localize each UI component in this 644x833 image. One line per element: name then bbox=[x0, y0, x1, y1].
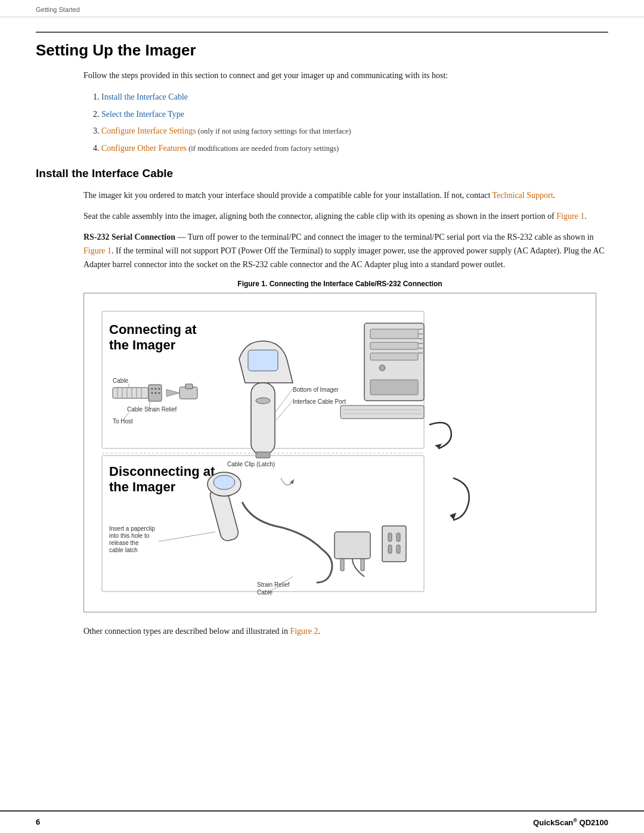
figure-illustration: Connecting at the Imager bbox=[96, 305, 585, 597]
svg-point-28 bbox=[256, 398, 270, 404]
page-number: 6 bbox=[36, 817, 40, 826]
svg-point-56 bbox=[213, 475, 235, 490]
svg-rect-63 bbox=[388, 545, 392, 553]
step3-link[interactable]: Configure Interface Settings bbox=[101, 126, 196, 135]
list-item: Configure Other Features (if modificatio… bbox=[101, 142, 608, 155]
svg-text:release the: release the bbox=[109, 540, 139, 546]
svg-rect-19 bbox=[185, 384, 193, 389]
svg-marker-17 bbox=[166, 389, 179, 397]
intro-paragraph: Follow the steps provided in this sectio… bbox=[83, 69, 608, 82]
figure2-link[interactable]: Figure 2 bbox=[290, 627, 318, 636]
step1-link[interactable]: Install the Interface Cable bbox=[101, 92, 188, 101]
list-item: Configure Interface Settings (only if no… bbox=[101, 125, 608, 138]
svg-rect-26 bbox=[251, 383, 275, 454]
svg-point-11 bbox=[151, 388, 153, 390]
breadcrumb-text: Getting Started bbox=[36, 6, 80, 13]
svg-text:the Imager: the Imager bbox=[109, 337, 176, 352]
svg-rect-60 bbox=[382, 526, 406, 562]
svg-line-32 bbox=[275, 401, 293, 422]
svg-line-69 bbox=[159, 532, 215, 541]
body-para-1: The imager kit you ordered to match your… bbox=[83, 188, 608, 202]
svg-point-15 bbox=[155, 392, 157, 394]
svg-text:Cable Strain Relief: Cable Strain Relief bbox=[127, 406, 177, 413]
svg-rect-61 bbox=[388, 533, 392, 541]
svg-rect-27 bbox=[248, 350, 278, 371]
svg-line-30 bbox=[275, 389, 293, 413]
svg-rect-64 bbox=[397, 545, 400, 553]
svg-point-12 bbox=[155, 388, 157, 390]
breadcrumb: Getting Started bbox=[0, 0, 644, 17]
svg-rect-37 bbox=[370, 342, 418, 349]
brand-label: QuickScan® QD2100 bbox=[533, 817, 608, 827]
steps-list: Install the Interface Cable Select the I… bbox=[101, 91, 608, 155]
svg-text:Cable: Cable bbox=[113, 377, 129, 384]
svg-rect-36 bbox=[370, 329, 418, 339]
svg-rect-58 bbox=[340, 559, 344, 571]
svg-text:Bottom of Imager: Bottom of Imager bbox=[293, 386, 339, 393]
svg-rect-38 bbox=[370, 353, 418, 360]
figure-box: Connecting at the Imager bbox=[83, 293, 596, 612]
figure1-link-1[interactable]: Figure 1 bbox=[556, 212, 584, 221]
svg-rect-59 bbox=[361, 559, 364, 571]
list-item: Install the Interface Cable bbox=[101, 91, 608, 104]
step2-link[interactable]: Select the Interface Type bbox=[101, 110, 184, 119]
svg-text:Strain Relief: Strain Relief bbox=[257, 581, 290, 588]
svg-text:Cable Clip (Latch): Cable Clip (Latch) bbox=[227, 461, 275, 467]
figure1-link-2[interactable]: Figure 1 bbox=[83, 246, 112, 255]
svg-text:Interface Cable Port: Interface Cable Port bbox=[293, 398, 346, 405]
outro-paragraph: Other connection types are described bel… bbox=[83, 624, 608, 638]
svg-rect-57 bbox=[335, 532, 370, 559]
svg-point-14 bbox=[151, 392, 153, 394]
rs232-paragraph: RS-232 Serial Connection — Turn off powe… bbox=[83, 230, 608, 271]
technical-support-link[interactable]: Technical Support bbox=[493, 191, 553, 200]
svg-rect-47 bbox=[340, 405, 424, 419]
main-content: Setting Up the Imager Follow the steps p… bbox=[0, 17, 644, 810]
list-item: Select the Interface Type bbox=[101, 108, 608, 121]
svg-text:To Host: To Host bbox=[113, 418, 133, 425]
svg-text:Disconnecting at: Disconnecting at bbox=[109, 464, 215, 479]
svg-text:the Imager: the Imager bbox=[109, 479, 176, 494]
svg-text:into this hole to: into this hole to bbox=[109, 532, 150, 539]
svg-rect-62 bbox=[397, 533, 400, 541]
svg-text:Connecting at: Connecting at bbox=[109, 322, 197, 337]
svg-rect-40 bbox=[370, 380, 418, 395]
svg-text:Insert a paperclip: Insert a paperclip bbox=[109, 525, 155, 532]
subsection-title: Install the Interface Cable bbox=[36, 167, 608, 180]
section-title: Setting Up the Imager bbox=[36, 32, 608, 60]
body-para-2: Seat the cable assembly into the imager,… bbox=[83, 209, 608, 223]
step4-link[interactable]: Configure Other Features bbox=[101, 144, 187, 153]
svg-point-39 bbox=[379, 365, 385, 371]
page-footer: 6 QuickScan® QD2100 bbox=[0, 810, 644, 833]
svg-text:Cable: Cable bbox=[257, 589, 273, 596]
figure-caption: Figure 1. Connecting the Interface Cable… bbox=[83, 280, 596, 288]
svg-rect-33 bbox=[256, 452, 270, 458]
svg-rect-3 bbox=[113, 388, 148, 398]
svg-point-13 bbox=[159, 388, 160, 390]
svg-point-16 bbox=[159, 392, 160, 394]
svg-text:cable latch: cable latch bbox=[109, 547, 138, 553]
page: Getting Started Setting Up the Imager Fo… bbox=[0, 0, 644, 833]
